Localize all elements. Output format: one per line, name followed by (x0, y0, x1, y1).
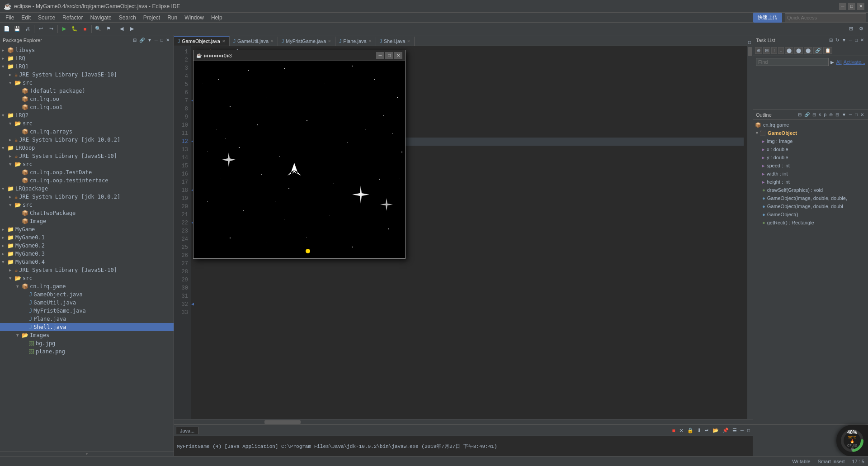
console-scroll-end-icon[interactable]: ⬇ (696, 428, 702, 433)
tb-perspective[interactable]: ⊞ (846, 24, 856, 34)
outline-item-speed[interactable]: ▸ speed : int (753, 162, 868, 170)
outline-sort-icon[interactable]: ⊟ (797, 112, 803, 118)
task-toolbar-btn2[interactable]: ⊟ (763, 47, 770, 54)
tb-preferences[interactable]: ⚙ (856, 24, 866, 34)
outline-item-package[interactable]: 📦 cn.lrq.game (753, 121, 868, 129)
tree-item-bg-jpg[interactable]: 🖼 bg.jpg (0, 339, 174, 347)
tree-item-mygame03[interactable]: ▶ 📁 MyGame0.3 (0, 250, 174, 258)
tree-item-src-lrqpackage[interactable]: ▼ 📂 src (0, 201, 174, 209)
tree-item-src-mygame04[interactable]: ▼ 📂 src (0, 274, 174, 282)
link-editor-icon[interactable]: 🔗 (138, 37, 146, 43)
console-open-file-icon[interactable]: 📂 (712, 428, 720, 433)
task-toolbar-btn1[interactable]: ⊕ (755, 47, 762, 54)
task-toolbar-btn7[interactable]: ⬤ (804, 47, 812, 54)
tb-search[interactable]: 🔍 (93, 24, 103, 34)
outline-item-y[interactable]: ▸ y : double (753, 153, 868, 162)
console-clear-icon[interactable]: ✕ (678, 428, 684, 434)
outline-close-icon[interactable]: ✕ (859, 112, 865, 118)
game-minimize-button[interactable]: ─ (376, 52, 384, 59)
tab-gameutil-close[interactable]: ✕ (270, 39, 274, 43)
tb-stop[interactable]: ■ (80, 24, 90, 34)
tree-item-jre-mygame04[interactable]: ▶ ☕ JRE System Library [JavaSE-10] (0, 266, 174, 274)
console-min-icon[interactable]: ─ (740, 428, 745, 433)
explorer-scroll-bottom[interactable]: ▼ (0, 452, 174, 456)
tree-item-myfristgame-java[interactable]: J MyFristGame.java (0, 307, 174, 315)
tree-item-cn-lrq-game[interactable]: ▼ 📦 cn.lrq.game (0, 282, 174, 290)
minimize-panel-icon[interactable]: ─ (153, 37, 159, 43)
tb-debug[interactable]: 🐛 (70, 24, 80, 34)
tab-gameobject[interactable]: J GameObject.java ✕ (174, 36, 230, 46)
task-refresh-icon[interactable]: ↻ (834, 37, 840, 43)
tree-item-jre-lrq2[interactable]: ▶ ☕ JRE System Library [jdk-10.0.2] (0, 136, 174, 144)
task-menu-icon[interactable]: ▼ (840, 37, 848, 43)
outline-expand-icon[interactable]: ⊕ (828, 112, 834, 118)
task-find-arrow-icon[interactable]: ▶ (830, 60, 834, 65)
outline-hide-fields-icon[interactable]: ⊟ (811, 112, 817, 118)
explorer-tree[interactable]: ▶ 📦 libsys ▶ 📁 LRQ ▼ 📁 LRQ1 ▶ ☕ JRE Syst… (0, 45, 174, 452)
outline-item-height[interactable]: ▸ height : int (753, 178, 868, 186)
menu-help[interactable]: Help (208, 14, 226, 22)
tb-redo[interactable]: ↪ (46, 24, 56, 34)
task-toolbar-btn8[interactable]: 🔗 (813, 47, 822, 54)
outline-item-width[interactable]: ▸ width : int (753, 170, 868, 178)
quick-upload-button[interactable]: 快速上传 (753, 13, 782, 23)
tree-item-lrqpackage[interactable]: ▼ 📁 LRQpackage (0, 185, 174, 193)
maximize-panel-icon[interactable]: □ (159, 37, 165, 43)
close-panel-icon[interactable]: ✕ (165, 37, 171, 43)
tree-item-lrq[interactable]: ▶ 📁 LRQ (0, 54, 174, 62)
task-toolbar-btn4[interactable]: ↓ (778, 47, 784, 54)
tb-undo[interactable]: ↩ (36, 24, 46, 34)
tree-item-images-folder[interactable]: ▼ 📂 Images (0, 331, 174, 339)
tree-item-mygame04[interactable]: ▼ 📁 MyGame0.4 (0, 258, 174, 266)
task-toolbar-btn6[interactable]: ⬤ (794, 47, 803, 54)
tree-item-lrq2[interactable]: ▼ 📁 LRQ2 (0, 111, 174, 119)
tree-item-jre-lrqoop[interactable]: ▶ ☕ JRE System Library [JavaSE-10] (0, 152, 174, 160)
menu-navigate[interactable]: Navigate (86, 14, 115, 22)
menu-edit[interactable]: Edit (18, 14, 34, 22)
tab-plane[interactable]: J Plane.java ✕ (335, 37, 376, 46)
menu-source[interactable]: Source (34, 14, 59, 22)
outline-max-icon[interactable]: □ (854, 112, 859, 118)
outline-collapse-icon[interactable]: ⊟ (834, 112, 840, 118)
outline-item-gameobject[interactable]: ▼ ⬛ GameObject (753, 129, 868, 137)
tree-item-plane-png[interactable]: 🖼 plane.png (0, 347, 174, 356)
task-toolbar-btn9[interactable]: 📋 (823, 47, 832, 54)
tab-myfristgame-close[interactable]: ✕ (328, 39, 331, 43)
tree-item-lrqoop[interactable]: ▼ 📁 LRQoop (0, 144, 174, 152)
task-max-icon[interactable]: □ (854, 37, 859, 43)
tree-item-cn-lrq-oo1[interactable]: 📦 cn.lrq.oo1 (0, 103, 174, 111)
menu-refactor[interactable]: Refactor (59, 14, 86, 22)
tree-item-mygame[interactable]: ▶ 📁 MyGame (0, 225, 174, 233)
tab-gameobject-close[interactable]: ✕ (222, 39, 226, 43)
tree-item-libsys[interactable]: ▶ 📦 libsys (0, 46, 174, 54)
outline-hide-static-icon[interactable]: s (817, 112, 822, 118)
outline-item-constructor1[interactable]: ● GameObject(Image, double, double, (753, 194, 868, 202)
tab-shell-close[interactable]: ✕ (407, 39, 410, 43)
task-find-input[interactable] (756, 58, 829, 66)
tree-item-plane-java[interactable]: J Plane.java (0, 315, 174, 323)
game-close-button[interactable]: ✕ (394, 52, 402, 59)
tb-print[interactable]: 🖨 (23, 24, 33, 34)
tree-item-src-lrq1[interactable]: ▼ 📂 src (0, 79, 174, 87)
console-pin-icon[interactable]: 📌 (722, 428, 730, 433)
tree-item-gameutil-java[interactable]: J GameUtil.java (0, 299, 174, 307)
tree-item-cn-lrq-oo[interactable]: 📦 cn.lrq.oo (0, 95, 174, 103)
tab-shell[interactable]: J Shell.java ✕ (376, 37, 415, 46)
outline-item-constructor2[interactable]: ● GameObject(Image, double, doubl (753, 202, 868, 210)
menu-window[interactable]: Window (181, 14, 208, 22)
tb-markers[interactable]: ⚑ (104, 24, 113, 34)
task-activate-label[interactable]: Activate... (844, 59, 865, 65)
console-stop-icon[interactable]: ■ (671, 428, 676, 434)
minimize-button[interactable]: ─ (839, 3, 846, 10)
tb-prev[interactable]: ◀ (117, 24, 127, 34)
editor-hscroll[interactable] (174, 419, 753, 424)
task-close-icon[interactable]: ✕ (859, 37, 865, 43)
outline-min-icon[interactable]: ─ (848, 112, 854, 118)
menu-file[interactable]: File (2, 14, 18, 22)
restore-button[interactable]: □ (848, 3, 855, 10)
tree-item-chattwopackage[interactable]: 📦 ChatTwoPackage (0, 209, 174, 217)
outline-item-x[interactable]: ▸ x : double (753, 145, 868, 153)
outline-menu-icon[interactable]: ▼ (840, 112, 848, 118)
tree-item-mygame02[interactable]: ▶ 📁 MyGame0.2 (0, 242, 174, 250)
outline-item-getrect[interactable]: ● getRect() : Rectangle (753, 219, 868, 227)
